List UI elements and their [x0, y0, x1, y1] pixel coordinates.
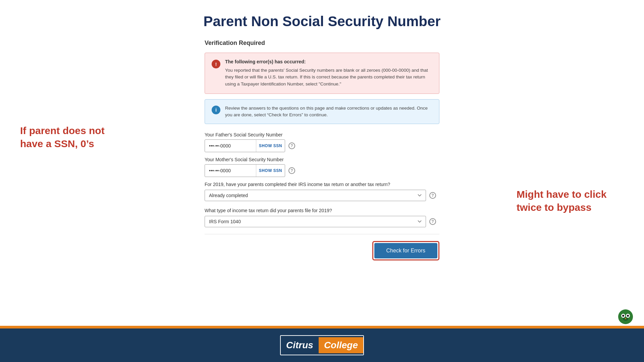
- form-divider: [205, 234, 439, 234]
- error-icon: !: [212, 60, 220, 68]
- mother-ssn-help-icon[interactable]: ?: [288, 167, 295, 174]
- check-errors-button[interactable]: Check for Errors: [374, 243, 437, 258]
- tax-type-question-label: What type of income tax return did your …: [205, 208, 439, 213]
- tax-return-dropdown[interactable]: Already completed Will file Not going to…: [205, 190, 426, 201]
- father-ssn-row: •••-••-0000 SHOW SSN ?: [205, 139, 439, 152]
- mother-show-ssn-button[interactable]: SHOW SSN: [256, 168, 285, 173]
- father-show-ssn-button[interactable]: SHOW SSN: [256, 143, 285, 148]
- verification-label: Verification Required: [205, 40, 439, 47]
- citrus-college-logo: Citrus College: [280, 335, 364, 355]
- orange-bar: [0, 326, 644, 328]
- actions-row: Check for Errors: [205, 241, 439, 260]
- error-body: You reported that the parents' Social Se…: [225, 67, 432, 87]
- tax-type-dropdown[interactable]: IRS Form 1040 IRS Form 1040A IRS Form 10…: [205, 216, 426, 227]
- tax-type-help-icon[interactable]: ?: [429, 218, 436, 225]
- check-errors-btn-wrapper: Check for Errors: [372, 241, 439, 260]
- father-ssn-input-wrapper: •••-••-0000 SHOW SSN: [205, 139, 285, 152]
- mother-ssn-input-wrapper: •••-••-0000 SHOW SSN: [205, 164, 285, 177]
- owl-icon: [617, 308, 634, 325]
- father-ssn-label: Your Father's Social Security Number: [205, 132, 439, 137]
- father-ssn-value: •••-••-0000: [205, 140, 256, 151]
- info-text: Review the answers to the questions on t…: [225, 105, 432, 119]
- tax-return-dropdown-row: Already completed Will file Not going to…: [205, 190, 439, 201]
- citrus-text: Citrus: [281, 337, 319, 353]
- annotation-right: Might have to click twice to bypass: [517, 188, 617, 214]
- tax-return-question-label: For 2019, have your parents completed th…: [205, 182, 439, 187]
- svg-point-4: [627, 315, 629, 317]
- annotation-left: If parent does not have a SSN, 0’s: [20, 124, 121, 150]
- info-box: i Review the answers to the questions on…: [205, 99, 439, 124]
- tax-type-dropdown-row: IRS Form 1040 IRS Form 1040A IRS Form 10…: [205, 216, 439, 227]
- svg-point-0: [618, 309, 633, 324]
- page-title: Parent Non Social Security Number: [203, 13, 440, 29]
- college-text: College: [319, 337, 363, 353]
- svg-point-3: [622, 315, 624, 317]
- father-ssn-help-icon[interactable]: ?: [288, 142, 295, 149]
- mother-ssn-value: •••-••-0000: [205, 165, 256, 176]
- mother-ssn-row: •••-••-0000 SHOW SSN ?: [205, 164, 439, 177]
- form-container: Verification Required ! The following er…: [205, 40, 439, 260]
- error-title: The following error(s) has occurred:: [225, 59, 432, 64]
- info-icon: i: [212, 106, 220, 114]
- error-box: ! The following error(s) has occurred: Y…: [205, 53, 439, 94]
- mother-ssn-label: Your Mother's Social Security Number: [205, 157, 439, 162]
- tax-return-help-icon[interactable]: ?: [429, 192, 436, 199]
- footer: Citrus College: [0, 328, 644, 362]
- error-text-block: The following error(s) has occurred: You…: [225, 59, 432, 87]
